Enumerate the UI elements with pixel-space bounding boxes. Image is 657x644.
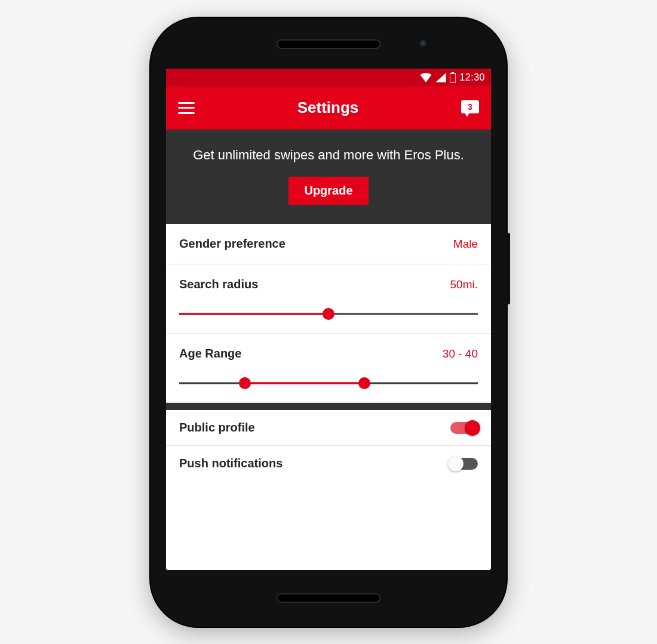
age-slider[interactable] [179, 377, 478, 389]
row-search-radius: Search radius 50mi. [166, 264, 491, 334]
age-value: 30 - 40 [443, 347, 478, 360]
public-profile-toggle[interactable] [450, 422, 478, 434]
push-label: Push notifications [179, 457, 283, 470]
screen: 12:30 Settings 3 Get unlimited swipes an… [166, 69, 491, 570]
menu-icon[interactable] [178, 102, 195, 114]
radius-slider-thumb[interactable] [323, 308, 334, 320]
svg-rect-2 [451, 78, 455, 82]
messages-count: 3 [461, 100, 479, 113]
app-bar: Settings 3 [166, 87, 491, 130]
row-public-profile: Public profile [166, 410, 491, 446]
page-title: Settings [195, 98, 461, 117]
phone-frame: 12:30 Settings 3 Get unlimited swipes an… [151, 18, 506, 627]
status-clock: 12:30 [459, 72, 485, 83]
radius-slider[interactable] [179, 308, 478, 320]
radius-label: Search radius [179, 278, 258, 291]
wifi-icon [420, 73, 432, 82]
cell-signal-icon [435, 73, 446, 82]
radius-value: 50mi. [450, 278, 478, 291]
age-slider-thumb-high[interactable] [358, 377, 370, 389]
section-divider [166, 403, 491, 410]
row-push-notifications: Push notifications [166, 446, 491, 481]
promo-panel: Get unlimited swipes and more with Eros … [166, 130, 491, 224]
front-camera [419, 39, 429, 49]
public-profile-label: Public profile [179, 421, 255, 435]
age-slider-thumb-low[interactable] [239, 377, 251, 389]
row-gender-preference[interactable]: Gender preference Male [166, 224, 491, 264]
messages-button[interactable]: 3 [461, 100, 479, 116]
upgrade-button[interactable]: Upgrade [288, 177, 368, 205]
gender-value: Male [453, 238, 478, 251]
bottom-speaker [277, 593, 381, 603]
push-toggle[interactable] [450, 458, 478, 470]
row-age-range: Age Range 30 - 40 [166, 334, 491, 403]
status-bar: 12:30 [166, 69, 491, 87]
promo-text: Get unlimited swipes and more with Eros … [190, 146, 467, 164]
settings-list: Gender preference Male Search radius 50m… [166, 224, 491, 569]
age-label: Age Range [179, 347, 241, 360]
battery-icon [450, 72, 456, 83]
earpiece [277, 39, 381, 49]
gender-label: Gender preference [179, 237, 285, 251]
